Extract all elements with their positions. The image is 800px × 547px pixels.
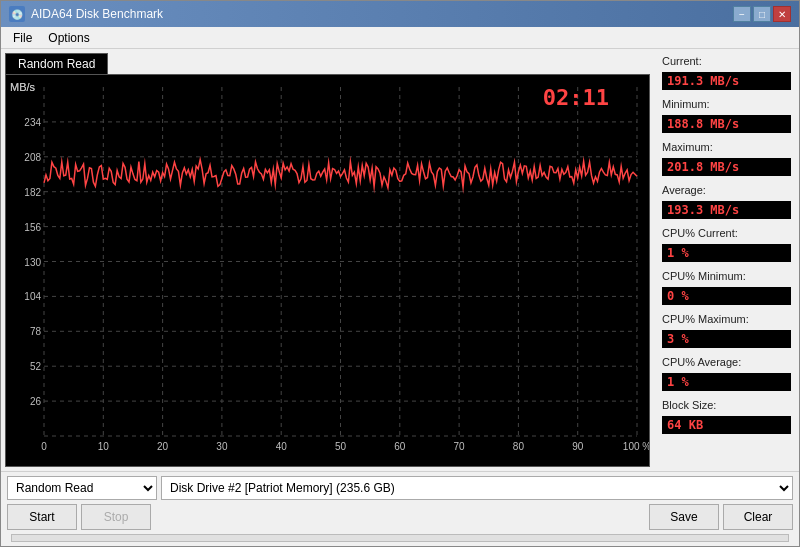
cpu-current-value: 1 % [662,244,791,262]
cpu-current-label: CPU% Current: [662,227,791,239]
block-size-label: Block Size: [662,399,791,411]
average-label: Average: [662,184,791,196]
minimum-label: Minimum: [662,98,791,110]
bottom-bar: Random Read Random Write Sequential Read… [1,471,799,546]
menu-options[interactable]: Options [40,29,97,47]
menu-file[interactable]: File [5,29,40,47]
left-panel: Random Read MB/s 02:11 [1,49,654,471]
main-window: 💿 AIDA64 Disk Benchmark − □ ✕ File Optio… [0,0,800,547]
start-button[interactable]: Start [7,504,77,530]
title-bar: 💿 AIDA64 Disk Benchmark − □ ✕ [1,1,799,27]
cpu-average-label: CPU% Average: [662,356,791,368]
tab-random-read[interactable]: Random Read [5,53,108,74]
window-title: AIDA64 Disk Benchmark [31,7,163,21]
selector-row: Random Read Random Write Sequential Read… [7,476,793,500]
cpu-average-value: 1 % [662,373,791,391]
maximum-value: 201.8 MB/s [662,158,791,176]
benchmark-chart [6,75,649,466]
block-size-value: 64 KB [662,416,791,434]
stop-button[interactable]: Stop [81,504,151,530]
right-panel: Current: 191.3 MB/s Minimum: 188.8 MB/s … [654,49,799,471]
minimize-button[interactable]: − [733,6,751,22]
minimum-value: 188.8 MB/s [662,115,791,133]
cpu-minimum-value: 0 % [662,287,791,305]
drive-select[interactable]: Disk Drive #2 [Patriot Memory] (235.6 GB… [161,476,793,500]
save-button[interactable]: Save [649,504,719,530]
current-value: 191.3 MB/s [662,72,791,90]
timer-display: 02:11 [543,85,609,110]
title-controls: − □ ✕ [733,6,791,22]
app-icon: 💿 [9,6,25,22]
chart-container: MB/s 02:11 [5,74,650,467]
current-label: Current: [662,55,791,67]
maximum-label: Maximum: [662,141,791,153]
tab-bar: Random Read [5,53,650,74]
cpu-minimum-label: CPU% Minimum: [662,270,791,282]
title-bar-left: 💿 AIDA64 Disk Benchmark [9,6,163,22]
cpu-maximum-label: CPU% Maximum: [662,313,791,325]
menu-bar: File Options [1,27,799,49]
scrollbar-area[interactable] [11,534,789,542]
mode-select[interactable]: Random Read Random Write Sequential Read… [7,476,157,500]
button-row: Start Stop Save Clear [7,504,793,530]
cpu-maximum-value: 3 % [662,330,791,348]
maximize-button[interactable]: □ [753,6,771,22]
close-button[interactable]: ✕ [773,6,791,22]
main-content: Random Read MB/s 02:11 Current: 191.3 MB… [1,49,799,471]
clear-button[interactable]: Clear [723,504,793,530]
average-value: 193.3 MB/s [662,201,791,219]
y-axis-label: MB/s [10,81,35,93]
